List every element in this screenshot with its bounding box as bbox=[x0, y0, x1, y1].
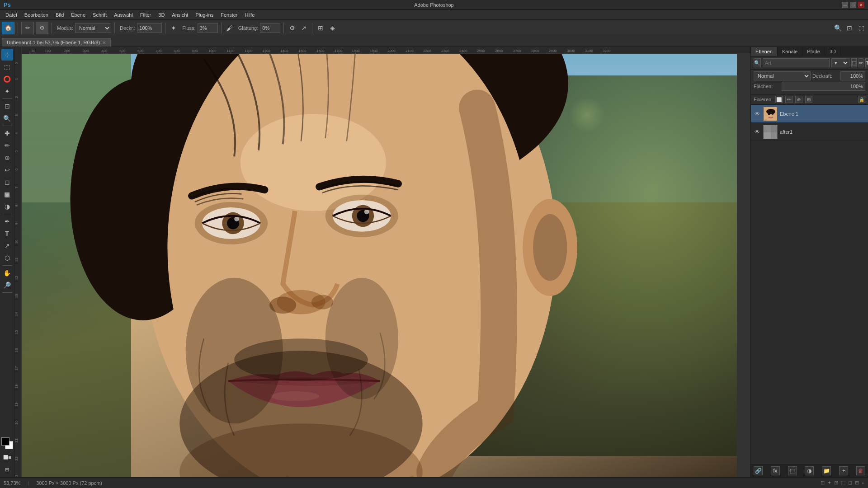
flow-input[interactable] bbox=[198, 23, 218, 33]
screen-mode-btn[interactable]: ⊟ bbox=[1, 464, 13, 475]
tab-pfade[interactable]: Pfade bbox=[802, 47, 825, 56]
tab-kanaele[interactable]: Kanäle bbox=[778, 47, 802, 56]
menu-bearbeiten[interactable]: Bearbeiten bbox=[21, 11, 52, 19]
tool-dodge[interactable]: ◑ bbox=[1, 201, 13, 212]
layer-eye-ebene1[interactable]: 👁 bbox=[754, 110, 761, 117]
extra-icon[interactable]: ◈ bbox=[327, 23, 337, 33]
tool-path-select[interactable]: ↗ bbox=[1, 240, 13, 252]
tool-hand[interactable]: ✋ bbox=[1, 267, 13, 279]
layer-item-after1[interactable]: 👁 after1 bbox=[751, 123, 868, 141]
tool-gradient[interactable]: ▦ bbox=[1, 188, 13, 200]
svg-text:2300: 2300 bbox=[441, 49, 449, 53]
brush-preset-btn[interactable]: ✏ bbox=[21, 22, 34, 34]
tool-shape[interactable]: ⬡ bbox=[1, 252, 13, 264]
layer-pixel-icon[interactable]: ⬚ bbox=[851, 58, 857, 67]
blend-mode-dropdown[interactable]: Normal bbox=[75, 23, 111, 33]
workspace-icon[interactable]: ⊡ bbox=[844, 23, 854, 33]
lock-transparent-btn[interactable]: ⬜ bbox=[775, 96, 783, 103]
symmetry-icon[interactable]: ⊞ bbox=[316, 23, 326, 33]
tool-eraser[interactable]: ◻ bbox=[1, 176, 13, 188]
tool-crop[interactable]: ⊡ bbox=[1, 100, 13, 112]
foreground-color-swatch[interactable] bbox=[1, 437, 9, 446]
svg-text:3: 3 bbox=[14, 114, 19, 116]
tool-heal[interactable]: ✚ bbox=[1, 127, 13, 139]
tool-move[interactable]: ⊹ bbox=[1, 49, 13, 61]
menu-datei[interactable]: Datei bbox=[2, 11, 21, 19]
quick-mask-btn[interactable]: ⬜◼ bbox=[1, 451, 13, 463]
tool-zoom[interactable]: 🔎 bbox=[1, 279, 13, 291]
close-button[interactable]: ✕ bbox=[858, 2, 864, 8]
tab-3d[interactable]: 3D bbox=[825, 47, 841, 56]
layer-adjust-icon[interactable]: ✏ bbox=[859, 58, 863, 67]
svg-text:100: 100 bbox=[45, 49, 51, 53]
layer-type-dropdown[interactable]: ▾ bbox=[831, 58, 849, 67]
tool-pen[interactable]: ✒ bbox=[1, 216, 13, 227]
menu-filter[interactable]: Filter bbox=[137, 11, 155, 19]
menu-auswahl[interactable]: Auswahl bbox=[110, 11, 137, 19]
layer-text-icon[interactable]: T bbox=[865, 58, 868, 67]
tool-lasso[interactable]: ⭕ bbox=[1, 73, 13, 85]
menu-schrift[interactable]: Schrift bbox=[89, 11, 110, 19]
tool-type[interactable]: T bbox=[1, 228, 13, 239]
document-tab[interactable]: Unbenannt-1 bei 53,7% (Ebene 1, RGB/8) ✕ bbox=[2, 38, 111, 47]
layer-blend-mode[interactable]: Normal bbox=[754, 71, 811, 80]
layer-name-ebene1: Ebene 1 bbox=[780, 111, 865, 117]
tool-sep-4 bbox=[2, 265, 12, 266]
svg-text:3100: 3100 bbox=[585, 49, 593, 53]
arrange-icon[interactable]: ⬚ bbox=[856, 23, 866, 33]
layer-link-btn[interactable]: 🔗 bbox=[754, 466, 763, 475]
svg-point-104 bbox=[533, 214, 567, 281]
layer-delete-btn[interactable]: 🗑 bbox=[856, 466, 865, 475]
size-input[interactable] bbox=[137, 23, 162, 33]
svg-text:900: 900 bbox=[192, 49, 198, 53]
layer-style-btn[interactable]: fx bbox=[771, 466, 780, 475]
tool-sep-2 bbox=[2, 126, 12, 126]
opacity-input[interactable] bbox=[840, 71, 865, 80]
svg-text:14: 14 bbox=[14, 312, 19, 316]
layer-search-input[interactable] bbox=[763, 58, 830, 67]
svg-rect-115 bbox=[764, 125, 778, 132]
color-swatches[interactable] bbox=[1, 437, 13, 449]
lock-paint-btn[interactable]: ✏ bbox=[785, 96, 793, 103]
fill-input[interactable] bbox=[782, 82, 865, 91]
tool-eyedropper[interactable]: 🔍 bbox=[1, 113, 13, 124]
svg-point-107 bbox=[326, 278, 398, 399]
smooth-input[interactable] bbox=[260, 23, 280, 33]
maximize-button[interactable]: □ bbox=[850, 2, 856, 8]
layer-adjustment-btn[interactable]: ◑ bbox=[805, 466, 814, 475]
lock-all-btn[interactable]: 🔒 bbox=[858, 96, 865, 103]
layer-new-btn[interactable]: + bbox=[839, 466, 848, 475]
svg-text:23: 23 bbox=[14, 474, 19, 477]
brush-angle-icon[interactable]: 🖌 bbox=[225, 23, 235, 33]
layer-mask-btn[interactable]: ⬚ bbox=[788, 466, 797, 475]
airbrush-icon[interactable]: ✦ bbox=[169, 23, 179, 33]
minimize-button[interactable]: — bbox=[842, 2, 848, 8]
layer-group-btn[interactable]: 📁 bbox=[822, 466, 831, 475]
tool-brush[interactable]: ✏ bbox=[1, 140, 13, 151]
layer-eye-after1[interactable]: 👁 bbox=[754, 128, 761, 136]
layer-item-ebene1[interactable]: 👁 Ebene 1 bbox=[751, 105, 868, 123]
tool-selection-rect[interactable]: ⬚ bbox=[1, 61, 13, 73]
tool-clone[interactable]: ⊕ bbox=[1, 152, 13, 164]
menu-bild[interactable]: Bild bbox=[52, 11, 67, 19]
tool-history[interactable]: ↩ bbox=[1, 164, 13, 176]
menu-ebene[interactable]: Ebene bbox=[67, 11, 89, 19]
tab-close-btn[interactable]: ✕ bbox=[102, 40, 106, 45]
settings-icon[interactable]: ⚙ bbox=[287, 23, 297, 33]
menu-hilfe[interactable]: Hilfe bbox=[241, 11, 258, 19]
menu-3d[interactable]: 3D bbox=[155, 11, 168, 19]
menu-plugins[interactable]: Plug-ins bbox=[192, 11, 217, 19]
canvas-area[interactable] bbox=[22, 54, 750, 477]
angle-icon[interactable]: ↗ bbox=[299, 23, 309, 33]
menu-ansicht[interactable]: Ansicht bbox=[168, 11, 192, 19]
svg-text:1800: 1800 bbox=[352, 49, 360, 53]
home-button[interactable]: 🏠 bbox=[2, 22, 14, 34]
tab-ebenen[interactable]: Ebenen bbox=[751, 47, 778, 56]
lock-artboard-btn[interactable]: ⊞ bbox=[805, 96, 812, 103]
lock-position-btn[interactable]: ⊕ bbox=[795, 96, 802, 103]
search-icon[interactable]: 🔍 bbox=[833, 23, 843, 33]
svg-text:600: 600 bbox=[137, 49, 144, 53]
menu-fenster[interactable]: Fenster bbox=[217, 11, 241, 19]
brush-settings-btn[interactable]: ⚙ bbox=[36, 22, 48, 34]
tool-wand[interactable]: ✦ bbox=[1, 85, 13, 97]
